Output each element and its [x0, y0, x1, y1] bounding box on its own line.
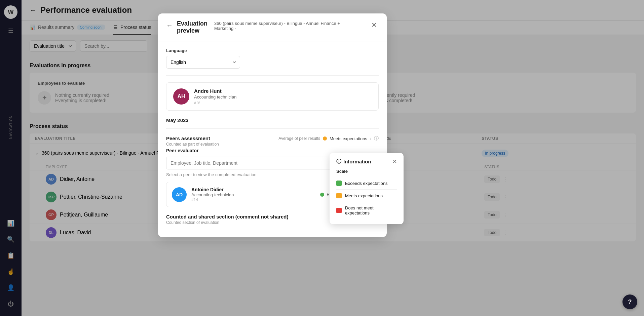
peers-assessment-subtitle: Counted as part of evaluation — [166, 142, 219, 147]
peer-id: #14 — [191, 197, 234, 202]
info-popup-title: ⓘ Information — [336, 158, 371, 165]
modal-header: ← Evaluationpreview 360 (pairs sous meme… — [158, 13, 387, 41]
peers-assessment-title: Peers assessment — [166, 135, 219, 141]
info-popup-icon: ⓘ — [336, 158, 341, 165]
meets-label: Meets expectations — [330, 136, 367, 141]
modal-title: Evaluationpreview — [177, 20, 207, 34]
person-avatar: AH — [173, 88, 189, 105]
scale-dot-orange-icon — [336, 193, 342, 198]
peer-evaluator-label: Peer evaluator — [166, 148, 379, 153]
counted-title: Counted and shared section (comment not … — [166, 214, 288, 220]
scale-dot-green-icon — [336, 181, 342, 186]
peer-avatar: AD — [172, 187, 187, 202]
person-id: # 9 — [194, 100, 236, 105]
scale-exceeds-label: Exceeds expectations — [345, 181, 387, 186]
scale-item-exceeds: Exceeds expectations — [336, 177, 397, 189]
info-icon-peers[interactable]: ⓘ — [374, 135, 379, 142]
scale-item-meets: Meets expectations — [336, 189, 397, 202]
scale-label: Scale — [336, 169, 397, 174]
language-select[interactable]: English — [166, 56, 240, 69]
modal-close-button[interactable]: ✕ — [369, 20, 379, 30]
scale-dot-red-icon — [336, 208, 342, 213]
chevron-right-icon: › — [370, 136, 371, 141]
person-card: AH Andre Hunt Accounting technician # 9 — [166, 82, 379, 111]
info-popup-close-button[interactable]: ✕ — [392, 158, 397, 165]
scale-not-meet-label: Does not meet expectations — [345, 205, 397, 215]
person-name: Andre Hunt — [194, 88, 236, 94]
counted-subtitle: Counted section of evaluation — [166, 220, 288, 225]
dot-orange-icon — [323, 136, 327, 141]
scale-item-not-meet: Does not meet expectations — [336, 202, 397, 219]
peer-dot-green-icon — [320, 193, 324, 197]
scale-meets-label: Meets expectations — [345, 193, 383, 198]
modal-back-button[interactable]: ← — [166, 22, 173, 29]
avg-label: Average of peer results — [278, 136, 320, 141]
peer-role: Accounting technician — [191, 192, 234, 197]
modal-subtitle: 360 (pairs sous meme superviseur) - Bili… — [214, 21, 342, 31]
info-popup: ⓘ Information ✕ Scale Exceeds expectatio… — [330, 153, 404, 224]
person-role: Accounting technician — [194, 94, 236, 100]
peer-name: Antoine Didier — [191, 187, 234, 192]
date-label: May 2023 — [166, 117, 379, 123]
language-label: Language — [166, 48, 379, 53]
help-button[interactable]: ? — [622, 294, 637, 309]
